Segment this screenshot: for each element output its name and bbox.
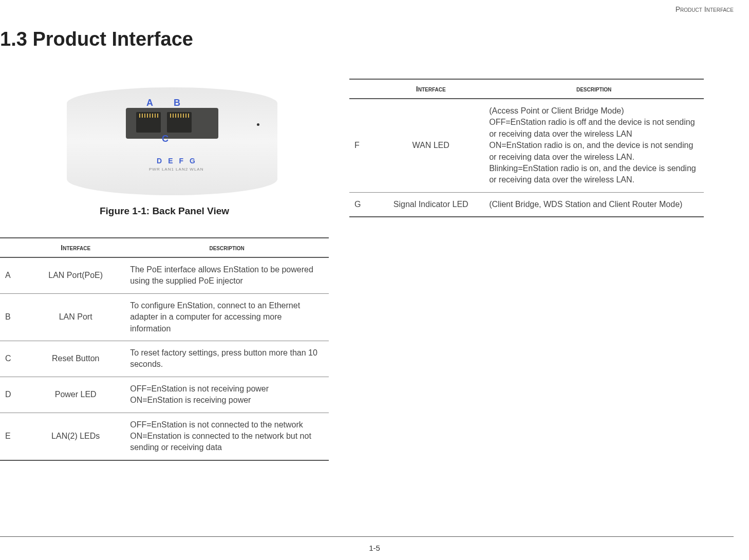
row-description: The PoE interface allows EnStation to be…	[125, 257, 329, 293]
table-header-row: Interface description	[0, 238, 329, 257]
row-letter: F	[349, 99, 378, 192]
section-title: 1.3 Product Interface	[0, 28, 193, 50]
header-blank	[0, 238, 26, 257]
interface-table-left: Interface description A LAN Port(PoE) Th…	[0, 237, 329, 461]
header-section-label: Product Interface	[676, 5, 734, 13]
row-letter: G	[349, 192, 378, 217]
callout-g: G	[190, 157, 195, 165]
callout-c: C	[162, 134, 168, 144]
header-description: description	[125, 238, 329, 257]
product-figure: A B C D E F G PWR LAN1 LAN2 WLAN	[67, 87, 277, 195]
reset-hole	[257, 123, 259, 126]
page-number: 1-5	[369, 544, 380, 552]
row-description: OFF=EnStation is not receiving powerON=E…	[125, 377, 329, 413]
content-area: A B C D E F G PWR LAN1 LAN2 WLAN Figure …	[0, 77, 749, 461]
callout-f: F	[179, 157, 183, 165]
callout-e: E	[168, 157, 173, 165]
row-interface: LAN(2) LEDs	[26, 413, 125, 460]
table-row: B LAN Port To configure EnStation, conne…	[0, 293, 329, 341]
row-description: To configure EnStation, connect to an Et…	[125, 293, 329, 341]
table-row: C Reset Button To reset factory settings…	[0, 341, 329, 377]
table-row: A LAN Port(PoE) The PoE interface allows…	[0, 257, 329, 293]
row-interface: LAN Port(PoE)	[26, 257, 125, 293]
led-labels: PWR LAN1 LAN2 WLAN	[149, 167, 203, 172]
header-interface: Interface	[378, 79, 484, 99]
table-row: G Signal Indicator LED (Client Bridge, W…	[349, 192, 704, 217]
left-column: A B C D E F G PWR LAN1 LAN2 WLAN Figure …	[0, 77, 329, 461]
row-description: To reset factory settings, press button …	[125, 341, 329, 377]
row-interface: Signal Indicator LED	[378, 192, 484, 217]
interface-table-right: Interface description F WAN LED (Access …	[349, 79, 704, 217]
callout-d: D	[157, 157, 162, 165]
row-letter: D	[0, 377, 26, 413]
row-letter: E	[0, 413, 26, 460]
table-row: D Power LED OFF=EnStation is not receivi…	[0, 377, 329, 413]
figure-caption: Figure 1-1: Back Panel View	[0, 206, 329, 217]
callout-b: B	[174, 98, 180, 108]
table-header-row: Interface description	[349, 79, 704, 99]
header-blank	[349, 79, 378, 99]
row-letter: B	[0, 293, 26, 341]
table-row: E LAN(2) LEDs OFF=EnStation is not conne…	[0, 413, 329, 460]
row-interface: LAN Port	[26, 293, 125, 341]
lan-port	[167, 112, 192, 133]
row-interface: Power LED	[26, 377, 125, 413]
row-interface: Reset Button	[26, 341, 125, 377]
row-description: (Access Point or Client Bridge Mode)OFF=…	[484, 99, 704, 192]
footer-rule	[0, 536, 734, 537]
table-row: F WAN LED (Access Point or Client Bridge…	[349, 99, 704, 192]
port-panel	[126, 108, 218, 139]
row-letter: C	[0, 341, 26, 377]
header-description: description	[484, 79, 704, 99]
row-letter: A	[0, 257, 26, 293]
row-interface: WAN LED	[378, 99, 484, 192]
right-column: Interface description F WAN LED (Access …	[349, 77, 719, 461]
row-description: OFF=EnStation is not connected to the ne…	[125, 413, 329, 460]
callout-a: A	[146, 98, 153, 108]
led-callouts: D E F G	[157, 157, 195, 165]
header-interface: Interface	[26, 238, 125, 257]
row-description: (Client Bridge, WDS Station and Client R…	[484, 192, 704, 217]
lan-port-poe	[136, 112, 161, 133]
